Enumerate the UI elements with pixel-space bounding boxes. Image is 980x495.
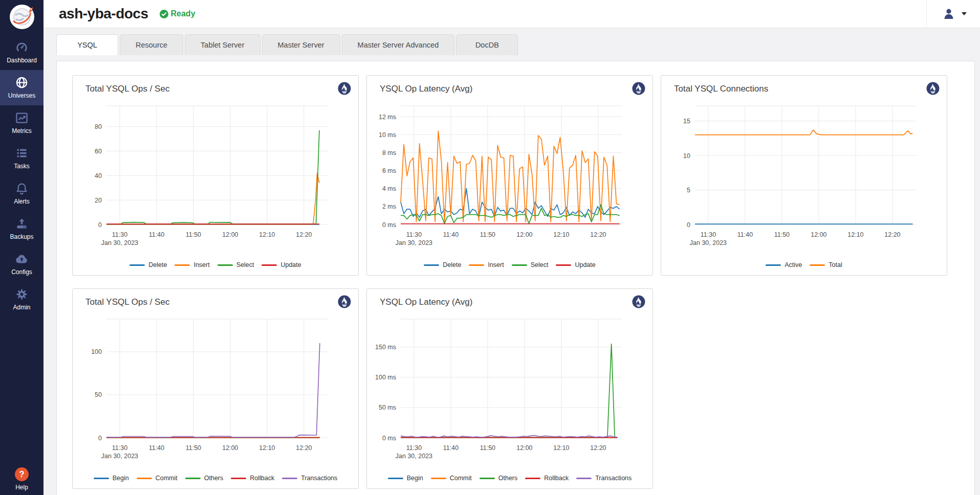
gear-icon [15, 287, 29, 301]
legend-swatch [94, 478, 109, 479]
legend-swatch [137, 478, 152, 479]
sidebar-item-configs[interactable]: Configs [0, 246, 43, 282]
legend-item-commit[interactable]: Commit [137, 475, 178, 482]
legend-swatch [129, 264, 145, 266]
legend-swatch [262, 264, 277, 266]
legend-label: Total [829, 261, 842, 268]
legend-label: Update [280, 261, 301, 268]
svg-text:11:50: 11:50 [480, 444, 495, 452]
tab-master-server-advanced[interactable]: Master Server Advanced [342, 34, 455, 55]
chart-card: Total YSQL Ops / Sec02040608011:30Jan 30… [72, 75, 359, 276]
legend-item-select[interactable]: Select [512, 261, 549, 268]
sidebar-item-dashboard[interactable]: Dashboard [0, 35, 43, 70]
svg-text:11:50: 11:50 [774, 231, 790, 238]
svg-text:12:00: 12:00 [516, 444, 532, 452]
sidebar-item-metrics[interactable]: Metrics [0, 105, 43, 141]
svg-text:Jan 30, 2023: Jan 30, 2023 [396, 453, 432, 460]
sidebar-item-backups[interactable]: Backups [0, 211, 43, 246]
chart-legend: BeginCommitOthersRollbackTransactions [367, 475, 652, 482]
legend-item-update[interactable]: Update [556, 261, 595, 268]
legend-swatch [431, 478, 446, 479]
legend-item-insert[interactable]: Insert [469, 261, 504, 268]
chart-legend: DeleteInsertSelectUpdate [73, 261, 358, 268]
svg-text:11:50: 11:50 [186, 444, 201, 452]
svg-text:11:30: 11:30 [112, 444, 127, 452]
chart-legend: ActiveTotal [661, 261, 947, 268]
legend-label: Insert [193, 261, 209, 268]
legend-item-rollback[interactable]: Rollback [525, 475, 569, 482]
svg-text:2 ms: 2 ms [382, 203, 396, 210]
svg-text:12:20: 12:20 [296, 444, 312, 452]
page-title: ash-yba-docs [59, 6, 148, 22]
sidebar-item-alerts[interactable]: Alerts [0, 176, 43, 211]
tab-docdb[interactable]: DocDB [456, 34, 518, 55]
upload-drive-icon [15, 217, 29, 231]
legend-item-rollback[interactable]: Rollback [231, 475, 274, 482]
legend-swatch [175, 264, 190, 266]
legend-swatch [388, 478, 403, 479]
legend-item-begin[interactable]: Begin [94, 475, 129, 482]
legend-item-total[interactable]: Total [810, 261, 842, 268]
legend-item-delete[interactable]: Delete [129, 261, 167, 268]
charts-grid: Total YSQL Ops / Sec02040608011:30Jan 30… [72, 75, 974, 489]
svg-text:11:40: 11:40 [737, 231, 753, 238]
legend-label: Begin [407, 475, 423, 482]
svg-text:12:00: 12:00 [222, 444, 238, 452]
sidebar-item-admin[interactable]: Admin [0, 282, 43, 317]
yugabyte-logo[interactable] [9, 0, 35, 35]
legend-item-transactions[interactable]: Transactions [576, 475, 631, 482]
cloud-upload-icon [15, 252, 29, 266]
svg-text:Jan 30, 2023: Jan 30, 2023 [101, 239, 138, 246]
tab-master-server[interactable]: Master Server [262, 34, 340, 55]
svg-text:12 ms: 12 ms [379, 114, 396, 121]
svg-text:12:00: 12:00 [811, 231, 826, 238]
svg-text:100 ms: 100 ms [375, 374, 396, 381]
svg-text:12:10: 12:10 [553, 231, 569, 238]
help-icon: ? [15, 467, 29, 481]
legend-item-begin[interactable]: Begin [388, 475, 423, 482]
svg-text:11:40: 11:40 [149, 444, 164, 452]
legend-label: Delete [148, 261, 167, 268]
legend-item-active[interactable]: Active [766, 261, 802, 268]
svg-text:12:10: 12:10 [847, 231, 863, 238]
tab-tablet-server[interactable]: Tablet Server [185, 34, 260, 55]
svg-text:Jan 30, 2023: Jan 30, 2023 [101, 453, 138, 460]
legend-label: Others [204, 475, 224, 482]
chart-plot: 05101511:30Jan 30, 202311:4011:5012:0012… [661, 76, 948, 250]
svg-text:80: 80 [95, 123, 102, 130]
legend-swatch [231, 478, 246, 479]
svg-text:0 ms: 0 ms [382, 435, 396, 442]
legend-item-delete[interactable]: Delete [424, 261, 461, 268]
series-line-insert [106, 173, 319, 224]
legend-label: Active [785, 261, 802, 268]
legend-item-transactions[interactable]: Transactions [282, 475, 337, 482]
sidebar-item-universes[interactable]: Universes [0, 70, 43, 105]
legend-swatch [512, 264, 527, 266]
chart-legend: DeleteInsertSelectUpdate [367, 261, 652, 268]
svg-text:11:40: 11:40 [149, 231, 164, 238]
legend-swatch [424, 264, 439, 266]
svg-text:12:20: 12:20 [590, 231, 606, 238]
svg-text:11:40: 11:40 [443, 231, 459, 238]
sidebar-item-label: Tasks [14, 163, 30, 170]
tab-ysql[interactable]: YSQL [56, 34, 118, 55]
sidebar: DashboardUniversesMetricsTasksAlertsBack… [0, 0, 43, 495]
legend-item-update[interactable]: Update [262, 261, 301, 268]
legend-label: Update [575, 261, 595, 268]
svg-text:11:40: 11:40 [443, 444, 459, 452]
user-menu[interactable] [942, 7, 967, 20]
sidebar-item-help[interactable]: ? Help [0, 467, 43, 491]
legend-item-others[interactable]: Others [185, 475, 224, 482]
legend-item-commit[interactable]: Commit [431, 475, 472, 482]
tab-resource[interactable]: Resource [120, 34, 183, 55]
svg-text:11:30: 11:30 [112, 231, 127, 238]
legend-item-others[interactable]: Others [480, 475, 518, 482]
check-circle-icon [160, 10, 168, 18]
series-line-others [401, 344, 617, 438]
sidebar-item-tasks[interactable]: Tasks [0, 141, 43, 176]
legend-item-select[interactable]: Select [217, 261, 254, 268]
chart-plot: 05010011:30Jan 30, 202311:4011:5012:0012… [73, 289, 359, 463]
legend-item-insert[interactable]: Insert [175, 261, 209, 268]
legend-label: Rollback [544, 475, 569, 482]
chart-card: YSQL Op Latency (Avg)0 ms50 ms100 ms150 … [366, 288, 653, 489]
